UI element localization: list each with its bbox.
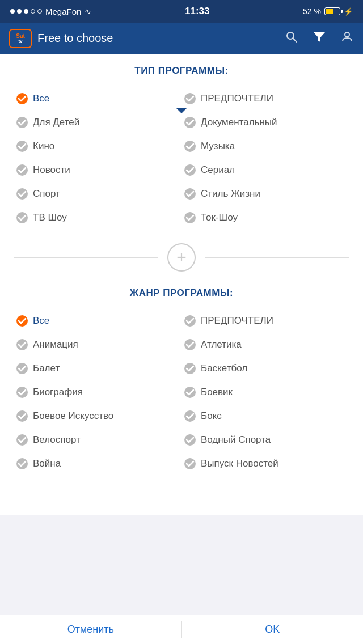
- svg-point-3: [345, 32, 349, 37]
- list-item[interactable]: Бокс: [182, 404, 349, 428]
- list-item[interactable]: ПРЕДПОЧТЕЛИ: [182, 309, 349, 333]
- filter-indicator-arrow: [176, 108, 187, 113]
- list-item[interactable]: Спорт: [14, 182, 182, 206]
- status-carrier: MegaFon ∿: [10, 7, 91, 16]
- divider-left: [14, 257, 158, 258]
- list-item[interactable]: Война: [14, 452, 182, 476]
- item-label: ПРЕДПОЧТЕЛИ: [201, 315, 273, 327]
- list-item[interactable]: Музыка: [182, 134, 349, 158]
- list-item[interactable]: Велоспорт: [14, 428, 182, 452]
- list-item[interactable]: Все: [14, 309, 182, 333]
- list-item[interactable]: Кино: [14, 134, 182, 158]
- list-item[interactable]: Атлетика: [182, 333, 349, 357]
- list-item[interactable]: Водный Спорта: [182, 428, 349, 452]
- cancel-button[interactable]: Отменить: [0, 616, 182, 643]
- check-icon: [184, 410, 196, 422]
- check-icon: [184, 315, 196, 327]
- item-label: Атлетика: [201, 339, 242, 350]
- header-title: Free to choose: [37, 32, 113, 45]
- check-icon: [184, 434, 196, 446]
- item-label: Все: [33, 93, 49, 104]
- check-icon: [16, 116, 28, 129]
- logo-tv: tv: [18, 39, 22, 44]
- item-label: Водный Спорта: [201, 434, 271, 446]
- section-program-type: ТИП ПРОГРАММЫ: Все ПРЕДПОЧТЕЛИ Для Детей: [14, 65, 349, 230]
- list-item[interactable]: Документальный: [182, 111, 349, 134]
- check-icon: [16, 92, 28, 105]
- check-icon: [184, 188, 196, 200]
- svg-line-1: [293, 38, 297, 42]
- battery-fill: [326, 9, 333, 14]
- check-icon: [184, 362, 196, 375]
- check-icon: [16, 386, 28, 399]
- divider-right: [205, 257, 349, 258]
- check-icon: [16, 315, 28, 327]
- item-label: Музыка: [201, 141, 235, 152]
- item-label: Документальный: [201, 117, 277, 128]
- header-icons: [285, 29, 354, 48]
- app-logo: Sat tv: [9, 29, 32, 48]
- list-item[interactable]: Сериал: [182, 158, 349, 182]
- item-label: Для Детей: [33, 117, 79, 128]
- item-label: Новости: [33, 164, 70, 176]
- search-icon[interactable]: [285, 30, 298, 47]
- carrier-name: MegaFon: [45, 7, 81, 16]
- check-icon: [184, 211, 196, 224]
- svg-marker-2: [314, 32, 325, 42]
- list-item[interactable]: Биография: [14, 380, 182, 404]
- filter-icon[interactable]: [312, 29, 327, 48]
- check-icon: [16, 211, 28, 224]
- header-left: Sat tv Free to choose: [9, 29, 113, 48]
- item-label: Спорт: [33, 188, 60, 200]
- add-divider[interactable]: +: [14, 243, 349, 272]
- list-item[interactable]: Боевик: [182, 380, 349, 404]
- list-item[interactable]: Выпуск Новостей: [182, 452, 349, 476]
- list-item[interactable]: Анимация: [14, 333, 182, 357]
- item-label: Баскетбол: [201, 363, 247, 374]
- charging-icon: ⚡: [344, 7, 353, 16]
- dot1: [10, 9, 15, 14]
- signal-dots: [10, 9, 42, 14]
- list-item[interactable]: Для Детей: [14, 111, 182, 134]
- check-icon: [16, 188, 28, 200]
- check-icon: [184, 164, 196, 176]
- list-item[interactable]: Баскетбол: [182, 357, 349, 380]
- list-item[interactable]: Боевое Искусство: [14, 404, 182, 428]
- item-label: Ток-Шоу: [201, 212, 238, 223]
- app-header: Sat tv Free to choose: [0, 23, 363, 54]
- item-label: Боевик: [201, 387, 233, 398]
- section-program-genre: ЖАНР ПРОГРАММЫ: Все ПРЕДПОЧТЕЛИ Анимация: [14, 287, 349, 476]
- list-item[interactable]: Балет: [14, 357, 182, 380]
- program-genre-grid: Все ПРЕДПОЧТЕЛИ Анимация Атлетика: [14, 309, 349, 476]
- profile-icon[interactable]: [340, 30, 354, 47]
- dot3: [24, 9, 28, 14]
- check-icon: [16, 338, 28, 351]
- item-label: Стиль Жизни: [201, 188, 260, 200]
- list-item[interactable]: Ток-Шоу: [182, 206, 349, 230]
- bottom-bar: Отменить OK: [0, 615, 363, 644]
- add-button[interactable]: +: [167, 243, 196, 272]
- list-item[interactable]: ТВ Шоу: [14, 206, 182, 230]
- dot4: [31, 9, 35, 14]
- item-label: Кино: [33, 141, 54, 152]
- item-label: Боевое Искусство: [33, 410, 113, 422]
- main-content: ТИП ПРОГРАММЫ: Все ПРЕДПОЧТЕЛИ Для Детей: [0, 54, 363, 515]
- status-time: 11:33: [185, 6, 209, 17]
- battery-percent: 52 %: [303, 7, 321, 16]
- check-icon: [16, 362, 28, 375]
- check-icon: [16, 140, 28, 152]
- item-label: Сериал: [201, 164, 235, 176]
- check-icon: [16, 410, 28, 422]
- status-bar: MegaFon ∿ 11:33 52 % ⚡: [0, 0, 363, 23]
- dot5: [37, 9, 42, 14]
- list-item[interactable]: Все: [14, 87, 182, 111]
- ok-button[interactable]: OK: [182, 616, 364, 643]
- wifi-icon: ∿: [85, 7, 91, 16]
- item-label: Анимация: [33, 339, 78, 350]
- check-icon: [16, 457, 28, 470]
- list-item[interactable]: Стиль Жизни: [182, 182, 349, 206]
- list-item[interactable]: ПРЕДПОЧТЕЛИ: [182, 87, 349, 111]
- check-icon: [184, 92, 196, 105]
- check-icon: [184, 116, 196, 129]
- list-item[interactable]: Новости: [14, 158, 182, 182]
